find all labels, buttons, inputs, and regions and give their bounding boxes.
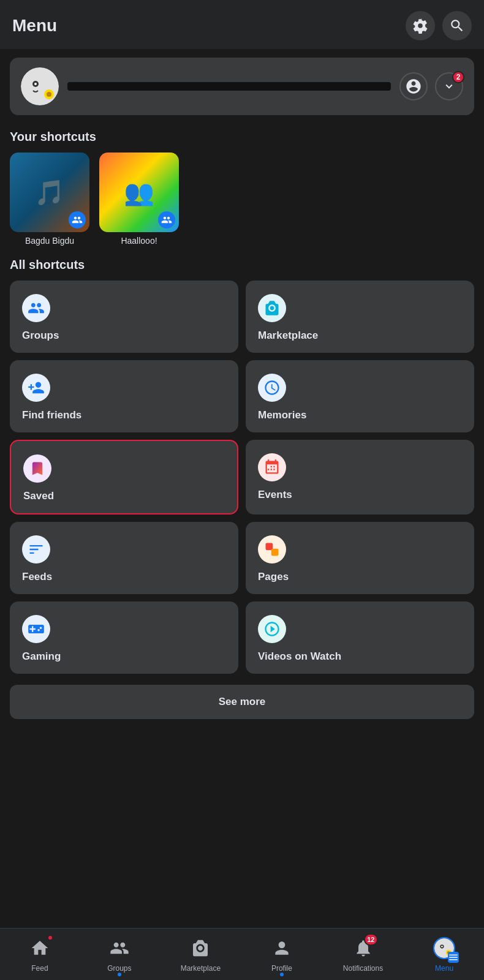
- svg-rect-6: [271, 549, 279, 556]
- svg-point-9: [441, 946, 443, 948]
- nav-label-marketplace: Marketplace: [181, 964, 221, 973]
- nav-item-notifications[interactable]: 12 Notifications: [343, 935, 383, 973]
- menu-item-label-videos: Videos on Watch: [258, 650, 341, 663]
- svg-point-0: [21, 67, 59, 105]
- menu-item-memories[interactable]: Memories: [246, 360, 474, 432]
- menu-item-marketplace[interactable]: Marketplace: [246, 281, 474, 353]
- menu-item-pages[interactable]: Pages: [246, 522, 474, 594]
- events-icon: [263, 459, 281, 476]
- events-icon-wrap: [258, 453, 286, 481]
- videos-icon-wrap: [258, 615, 286, 643]
- profile-dropdown-button[interactable]: 2: [435, 72, 463, 100]
- groups-menu-icon: [28, 300, 45, 317]
- feed-notification-dot: [47, 935, 53, 941]
- shortcut-item-bagdu[interactable]: 🎵 Bagdu Bigdu: [10, 153, 89, 246]
- saved-icon: [29, 460, 46, 477]
- feeds-icon-wrap: [22, 535, 50, 564]
- menu-item-videos-on-watch[interactable]: Videos on Watch: [246, 601, 474, 674]
- profile-name: [67, 82, 391, 91]
- pages-icon: [263, 541, 281, 558]
- videos-icon: [263, 620, 281, 638]
- nav-icon-wrap-feed: [26, 935, 53, 962]
- nav-icon-wrap-profile: [268, 935, 295, 962]
- menu-item-label-feeds: Feeds: [22, 571, 52, 583]
- bottom-nav: Feed Groups Marketplace Profile: [0, 928, 484, 980]
- nav-label-profile: Profile: [271, 964, 292, 973]
- find-friends-icon: [28, 379, 45, 396]
- all-shortcuts-section: All shortcuts Groups Marketplace: [0, 249, 484, 676]
- nav-item-profile[interactable]: Profile: [263, 935, 300, 973]
- home-icon: [30, 938, 50, 958]
- nav-item-menu[interactable]: Menu: [426, 935, 463, 973]
- groups-nav-icon: [110, 938, 129, 958]
- nav-label-notifications: Notifications: [343, 964, 383, 973]
- page-title: Menu: [12, 16, 57, 36]
- shortcut-label-2: Haallooo!: [121, 236, 157, 246]
- marketplace-nav-icon: [191, 938, 210, 958]
- pages-icon-wrap: [258, 535, 286, 564]
- shortcuts-list: 🎵 Bagdu Bigdu 👥: [10, 153, 474, 246]
- shortcut-group-badge-2: [158, 211, 175, 228]
- notifications-badge: 12: [364, 933, 377, 946]
- menu-item-label-marketplace: Marketplace: [258, 330, 318, 342]
- groups-icon: [72, 214, 83, 225]
- groups-icon-wrap: [22, 294, 50, 322]
- marketplace-icon-wrap: [258, 294, 286, 322]
- gaming-icon: [28, 620, 45, 638]
- menu-item-groups[interactable]: Groups: [10, 281, 238, 353]
- memories-icon: [263, 379, 281, 396]
- nav-icon-wrap-groups: [106, 935, 133, 962]
- shortcut-label-1: Bagdu Bigdu: [25, 236, 74, 246]
- menu-item-feeds[interactable]: Feeds: [10, 522, 238, 594]
- search-icon: [449, 18, 465, 34]
- profile-actions: 2: [399, 72, 463, 100]
- nav-label-groups: Groups: [107, 964, 131, 973]
- profile-badge: 2: [452, 71, 464, 83]
- your-shortcuts-section: Your shortcuts 🎵 Bagdu Bigdu 👥: [0, 124, 484, 249]
- profile-card: 2: [10, 58, 474, 115]
- svg-rect-5: [266, 543, 273, 551]
- marketplace-menu-icon: [263, 300, 281, 317]
- menu-item-label-gaming: Gaming: [22, 650, 61, 663]
- shortcut-thumb-2: 👥: [99, 153, 179, 232]
- switch-profile-icon: [405, 78, 422, 95]
- menu-item-label-events: Events: [258, 489, 292, 501]
- header: Menu: [0, 0, 484, 49]
- nav-item-feed[interactable]: Feed: [21, 935, 58, 973]
- menu-overlay-icon: [448, 952, 459, 963]
- shortcut-item-haallooo[interactable]: 👥 Haallooo!: [99, 153, 179, 246]
- switch-profile-button[interactable]: [399, 72, 428, 100]
- menu-item-gaming[interactable]: Gaming: [10, 601, 238, 674]
- gear-icon: [412, 18, 428, 34]
- menu-item-label-saved: Saved: [23, 490, 54, 502]
- your-shortcuts-title: Your shortcuts: [10, 130, 474, 144]
- menu-grid: Groups Marketplace Find friends: [10, 281, 474, 674]
- menu-item-find-friends[interactable]: Find friends: [10, 360, 238, 432]
- nav-label-feed: Feed: [31, 964, 48, 973]
- shortcut-thumb-1: 🎵: [10, 153, 89, 232]
- profile-nav-dot: [280, 973, 284, 976]
- saved-icon-wrap: [23, 454, 51, 483]
- groups-nav-dot: [118, 973, 121, 976]
- svg-point-2: [34, 83, 37, 85]
- nav-item-groups[interactable]: Groups: [101, 935, 138, 973]
- search-button[interactable]: [442, 11, 472, 40]
- nav-icon-wrap-marketplace: [187, 935, 214, 962]
- nav-icon-wrap-menu: [431, 935, 458, 962]
- feeds-icon: [28, 541, 45, 558]
- gaming-icon-wrap: [22, 615, 50, 643]
- settings-button[interactable]: [406, 11, 435, 40]
- all-shortcuts-title: All shortcuts: [10, 258, 474, 272]
- avatar[interactable]: [21, 67, 59, 105]
- menu-item-label-memories: Memories: [258, 409, 306, 421]
- find-friends-icon-wrap: [22, 374, 50, 402]
- menu-item-saved[interactable]: Saved: [10, 440, 238, 514]
- header-actions: [406, 11, 472, 40]
- menu-item-events[interactable]: Events: [246, 440, 474, 514]
- memories-icon-wrap: [258, 374, 286, 402]
- menu-item-label-groups: Groups: [22, 330, 59, 342]
- see-more-button[interactable]: See more: [10, 685, 474, 719]
- nav-item-marketplace[interactable]: Marketplace: [181, 935, 221, 973]
- menu-item-label-find-friends: Find friends: [22, 409, 81, 421]
- menu-item-label-pages: Pages: [258, 571, 289, 583]
